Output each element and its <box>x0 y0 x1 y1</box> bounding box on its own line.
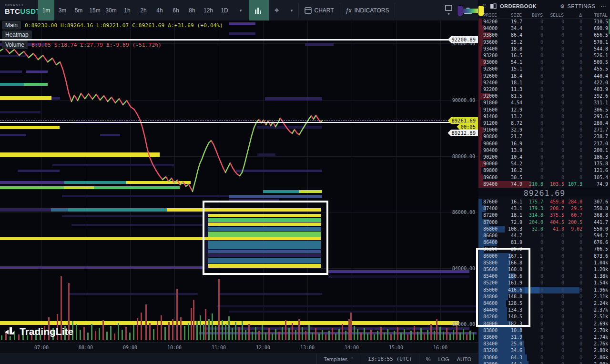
orderbook-ask-row[interactable]: 8960030.5000105.4 <box>478 174 610 181</box>
orderbook-bid-row[interactable]: 8700072.9204.0404.5200.5441.7 <box>478 219 610 226</box>
orderbook-ask-row[interactable]: 9340018.8000544.8 <box>478 46 610 52</box>
orderbook-ask-row[interactable]: 9200081.5000392.6 <box>478 93 610 100</box>
cell-size: 30.5 <box>511 175 522 180</box>
timeframe-6h[interactable]: 6h <box>168 0 184 20</box>
orderbook-ask-row[interactable]: 9380086.4000656.5 <box>478 32 610 39</box>
cell-buys: 0 <box>540 40 543 45</box>
orderbook-ask-row[interactable]: 9300054.1000509.5 <box>478 59 610 66</box>
orderbook-bid-row[interactable]: 8320034.60002.80k <box>478 347 610 354</box>
cell-price: 86400 <box>483 240 498 245</box>
orderbook-ask-row[interactable]: 8940074.9210.8103.5107.374.9 <box>478 181 610 188</box>
orderbook-bid-row[interactable]: 8660044.7000594.7 <box>478 233 610 239</box>
timeframe-12h[interactable]: 12h <box>200 0 216 20</box>
orderbook-ask-row[interactable]: 9280015.1000455.5 <box>478 66 610 72</box>
orderbook-ask-row[interactable]: 9260018.4000440.4 <box>478 73 610 80</box>
volume-indicator-label[interactable]: Volume <box>2 40 28 49</box>
slider-handle-high[interactable] <box>478 5 484 16</box>
orderbook-menu-button[interactable]: ⋯ <box>601 3 607 10</box>
orderbook-ask-row[interactable]: 9080021.7000238.7 <box>478 133 610 140</box>
cell-size: 18.1 <box>511 80 522 85</box>
orderbook-ask-row[interactable]: 9100032.9000271.7 <box>478 127 610 133</box>
symbol-selector[interactable]: BINANCE BTCUSDT <box>0 0 38 20</box>
fullscreen-button[interactable]: ▾ <box>439 0 458 20</box>
exchange-label: BINANCE <box>5 3 38 7</box>
time-axis[interactable]: 07:0008:0009:0010:0011:0012:0013:0014:00… <box>0 342 478 354</box>
auto-scale-button[interactable]: AUTO <box>457 356 471 362</box>
cell-size: 21.7 <box>511 134 522 139</box>
orderbook-ask-row[interactable]: 918004.54000311.1 <box>478 100 610 106</box>
log-scale-button[interactable]: LOG <box>438 356 449 362</box>
layout-dropdown[interactable]: ▾ <box>285 0 299 20</box>
cell-delta: 0 <box>580 240 582 245</box>
templates-button[interactable]: Templates ⌃ <box>316 354 361 364</box>
percent-scale-button[interactable]: % <box>426 356 431 362</box>
cell-total: 1.96k <box>594 287 608 293</box>
heatmap-intensity-slider[interactable] <box>402 0 433 21</box>
orderbook-ask-row[interactable]: 8980016.2000121.6 <box>478 167 610 174</box>
timeframe-3m[interactable]: 3m <box>54 0 71 20</box>
orderbook-bid-row[interactable]: 8740043.1179.3208.729.5350.8 <box>478 205 610 212</box>
timeframe-8h[interactable]: 8h <box>184 0 200 20</box>
orderbook-bid-row[interactable]: 8360031.90002.74k <box>478 334 610 341</box>
cell-delta: 0 <box>580 328 582 333</box>
ohlc-values: O:89230.00 H:89264.16 L:89221.07 C:89261… <box>25 22 223 29</box>
chart-panel-icon <box>305 7 312 14</box>
main-indicator-label[interactable]: Main <box>2 21 21 30</box>
timeframe-1m[interactable]: 1m <box>38 0 54 20</box>
cell-size: 108.3 <box>508 226 522 232</box>
orderbook-ask-row[interactable]: 9160012.9000306.5 <box>478 107 610 113</box>
tradinglite-watermark: TradingLite <box>4 326 73 337</box>
orderbook-bid-row[interactable]: 8640081.9000676.6 <box>478 239 610 246</box>
heatmap-indicator-label[interactable]: Heatmap <box>2 30 32 39</box>
timeframe-30m[interactable]: 30m <box>103 0 119 20</box>
orderbook-ask-row[interactable]: 9400034.4000690.9 <box>478 25 610 32</box>
timeframe-2h[interactable]: 2h <box>135 0 152 20</box>
layout-button[interactable]: ⌖ <box>269 0 285 20</box>
cell-price: 91000 <box>483 127 498 132</box>
cell-sells: 0 <box>561 267 564 272</box>
orderbook-ask-row[interactable]: 9140013.2000293.6 <box>478 113 610 120</box>
timeframe-dropdown[interactable]: ▾ <box>233 0 249 20</box>
orderbook-ask-row[interactable]: 9040013.9000200.1 <box>478 147 610 154</box>
cell-buys: 0 <box>540 341 543 346</box>
orderbook-settings-button[interactable]: ⚙ SETTINGS <box>560 3 595 10</box>
cell-sells: 0 <box>561 73 564 79</box>
orderbook-bid-row[interactable]: 8340025.00002.76k <box>478 341 610 347</box>
timeframe-4h[interactable]: 4h <box>152 0 168 20</box>
timeframe-15m[interactable]: 15m <box>87 0 103 20</box>
heatmap-chart[interactable]: 92000.0090000.0088000.0086000.0084000.00… <box>0 21 478 342</box>
horizontal-price-line[interactable] <box>0 122 478 123</box>
cell-price: 89800 <box>483 168 498 173</box>
orderbook-ask-row[interactable]: 9060016.9000217.0 <box>478 141 610 147</box>
orderbook-ask-row[interactable]: 9000054.2000175.8 <box>478 161 610 167</box>
heatmap-view-button[interactable] <box>249 0 269 20</box>
legend-heatmap-row: Heatmap <box>2 30 32 39</box>
cell-delta: 0 <box>580 260 582 265</box>
timeframe-5m[interactable]: 5m <box>71 0 87 20</box>
timeframe-1D[interactable]: 1D <box>216 0 233 20</box>
orderbook-ask-row[interactable]: 9320016.5000526.1 <box>478 52 610 59</box>
orderbook-bid-row[interactable]: 8380010.80002.70k <box>478 327 610 334</box>
orderbook-ask-row[interactable]: 9360025.2000570.1 <box>478 39 610 46</box>
slider-handle-low[interactable] <box>457 5 463 16</box>
orderbook-ask-row[interactable]: 9020010.4000186.3 <box>478 154 610 161</box>
cell-delta: 0 <box>580 53 582 58</box>
orderbook-bid-row[interactable]: 8760016.1175.7459.8284.0307.6 <box>478 199 610 205</box>
orderbook-ask-row[interactable]: 9240018.1000422.0 <box>478 80 610 86</box>
orderbook-ask-row[interactable]: 9420019.7000710.5 <box>478 19 610 25</box>
cell-price: 83000 <box>483 355 498 360</box>
cell-sells: 0 <box>561 301 564 306</box>
cell-size: 15.1 <box>511 66 522 71</box>
indicators-button[interactable]: ƒx INDICATORS <box>340 0 395 20</box>
timeframe-1h[interactable]: 1h <box>119 0 135 20</box>
orderbook-ask-row[interactable]: 912008.72000280.4 <box>478 120 610 127</box>
cell-sells: 0 <box>561 127 564 132</box>
orderbook-ask-row[interactable]: 9220011.3000403.9 <box>478 86 610 93</box>
cell-sells: 0 <box>561 328 564 333</box>
orderbook-bid-row[interactable]: 8280044.10002.90k <box>478 361 610 364</box>
crosshair-icon: ⌖ <box>274 6 279 15</box>
orderbook-bid-row[interactable]: 8720018.1314.8375.560.7368.8 <box>478 212 610 219</box>
orderbook-bid-row[interactable]: 8300064.30002.86k <box>478 354 610 361</box>
orderbook-bid-row[interactable]: 86800108.332.041.09.02550.0 <box>478 226 610 233</box>
chart-button[interactable]: CHART <box>299 0 340 20</box>
